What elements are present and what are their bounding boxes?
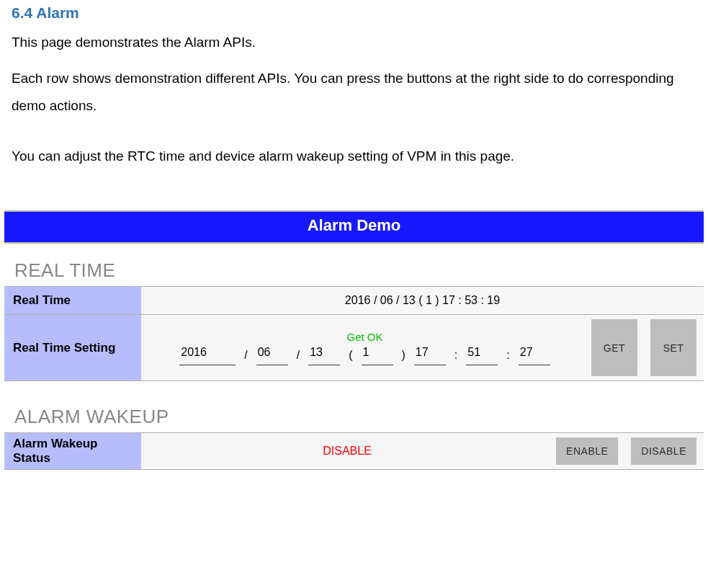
alarm-wakeup-actions: ENABLE DISABLE (553, 433, 704, 469)
real-time-setting-fields: 2016 / 06 / 13 ( 1 ) 17 : 51 : 27 (178, 346, 551, 365)
row-real-time-setting: Real Time Setting Get OK 2016 / 06 / 13 … (4, 315, 704, 381)
row-alarm-wakeup-status: Alarm Wakeup Status DISABLE ENABLE DISAB… (4, 432, 704, 470)
section-header-realtime: REAL TIME (4, 244, 704, 286)
alarm-demo-screenshot: Alarm Demo REAL TIME Real Time 2016 / 06… (4, 210, 704, 470)
row-label-real-time-setting: Real Time Setting (4, 315, 141, 380)
alarm-wakeup-status-value: DISABLE (141, 433, 553, 469)
section-heading: 6.4 Alarm (0, 0, 708, 24)
hour-field[interactable]: 17 (414, 346, 446, 365)
intro-paragraph-3: You can adjust the RTC time and device a… (0, 138, 708, 174)
section-header-alarm-wakeup: ALARM WAKEUP (4, 381, 704, 432)
year-field[interactable]: 2016 (179, 346, 236, 365)
real-time-setting-status: Get OK (346, 331, 382, 343)
real-time-setting-body: Get OK 2016 / 06 / 13 ( 1 ) 17 : 51 : 27 (141, 315, 588, 380)
demo-title: Alarm Demo (4, 210, 704, 244)
real-time-value: 2016 / 06 / 13 ( 1 ) 17 : 53 : 19 (141, 287, 704, 314)
month-field[interactable]: 06 (256, 346, 288, 365)
minute-field[interactable]: 51 (466, 346, 498, 365)
disable-button[interactable]: DISABLE (631, 437, 696, 465)
day-field[interactable]: 13 (308, 346, 340, 365)
set-button[interactable]: SET (650, 319, 696, 376)
get-button[interactable]: GET (591, 319, 637, 376)
weekday-field[interactable]: 1 (362, 346, 393, 365)
enable-button[interactable]: ENABLE (556, 437, 618, 465)
intro-paragraph-2: Each row shows demonstration different A… (0, 61, 708, 124)
row-label-alarm-wakeup-status: Alarm Wakeup Status (4, 433, 141, 469)
second-field[interactable]: 27 (519, 346, 550, 365)
row-real-time: Real Time 2016 / 06 / 13 ( 1 ) 17 : 53 :… (4, 286, 704, 315)
real-time-setting-actions: GET SET (588, 315, 704, 380)
intro-paragraph-1: This page demonstrates the Alarm APIs. (0, 24, 708, 61)
row-label-real-time: Real Time (4, 287, 141, 314)
